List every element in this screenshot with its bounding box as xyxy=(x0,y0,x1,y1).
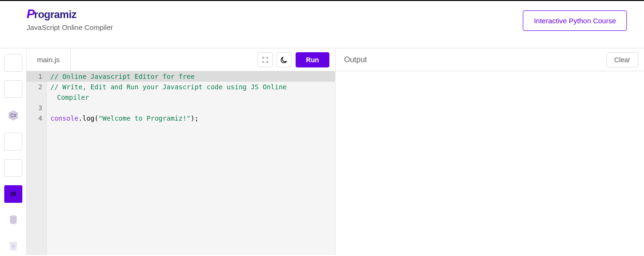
main-area: C# JS 5 main.js xyxy=(0,48,644,255)
sidebar: C# JS 5 xyxy=(0,48,27,255)
editor-panel: main.js Run 1 2 xyxy=(27,48,336,255)
header-left: Programiz JavaScript Online Compiler xyxy=(27,7,113,31)
line-number: 2 xyxy=(27,82,46,92)
expand-button[interactable] xyxy=(258,52,273,67)
line-number: 3 xyxy=(27,103,46,113)
file-tab[interactable]: main.js xyxy=(27,48,71,71)
logo-text: rogramiz xyxy=(34,9,77,21)
sidebar-item-html[interactable]: 5 xyxy=(4,237,22,255)
sidebar-item-c[interactable] xyxy=(4,159,22,177)
line-number-wrap xyxy=(27,92,46,103)
database-icon xyxy=(9,215,18,225)
svg-text:C#: C# xyxy=(10,113,16,118)
code-line-wrap: Compiler xyxy=(47,92,335,103)
moon-icon xyxy=(280,56,288,64)
sidebar-item-python[interactable] xyxy=(4,54,22,72)
svg-text:5: 5 xyxy=(12,244,14,248)
editor-header: main.js Run xyxy=(27,48,335,71)
code-line xyxy=(47,103,335,113)
js-label: JS xyxy=(10,191,16,197)
line-number: 4 xyxy=(27,113,46,123)
output-content xyxy=(336,71,644,255)
page-subtitle: JavaScript Online Compiler xyxy=(27,23,113,31)
logo-p-letter: P xyxy=(27,7,35,21)
theme-toggle-button[interactable] xyxy=(277,52,292,67)
header: Programiz JavaScript Online Compiler Int… xyxy=(0,1,644,48)
code-line: console.log("Welcome to Programiz!"); xyxy=(47,113,335,123)
line-gutter: 1 2 3 4 xyxy=(27,71,47,255)
code-line: // Online Javascript Editor for free xyxy=(47,71,335,82)
output-panel: Output Clear xyxy=(336,48,644,255)
code-editor[interactable]: 1 2 3 4 // Online Javascript Editor for … xyxy=(27,71,335,255)
sidebar-item-sql[interactable] xyxy=(4,211,22,229)
sidebar-item-r[interactable] xyxy=(4,80,22,98)
expand-icon xyxy=(261,56,269,64)
html5-icon: 5 xyxy=(8,241,19,251)
sidebar-item-js[interactable]: JS xyxy=(4,185,22,203)
output-header: Output Clear xyxy=(336,48,644,71)
code-line: // Write, Edit and Run your Javascript c… xyxy=(47,82,335,92)
logo[interactable]: Programiz xyxy=(27,7,113,21)
interactive-course-button[interactable]: Interactive Python Course xyxy=(523,10,627,31)
output-label: Output xyxy=(336,56,367,64)
sidebar-item-java[interactable] xyxy=(4,133,22,150)
line-number: 1 xyxy=(27,71,46,82)
run-button[interactable]: Run xyxy=(296,52,329,67)
code-content[interactable]: // Online Javascript Editor for free // … xyxy=(47,71,335,255)
csharp-icon: C# xyxy=(8,110,19,121)
sidebar-item-csharp[interactable]: C# xyxy=(4,106,22,124)
clear-button[interactable]: Clear xyxy=(606,52,638,67)
